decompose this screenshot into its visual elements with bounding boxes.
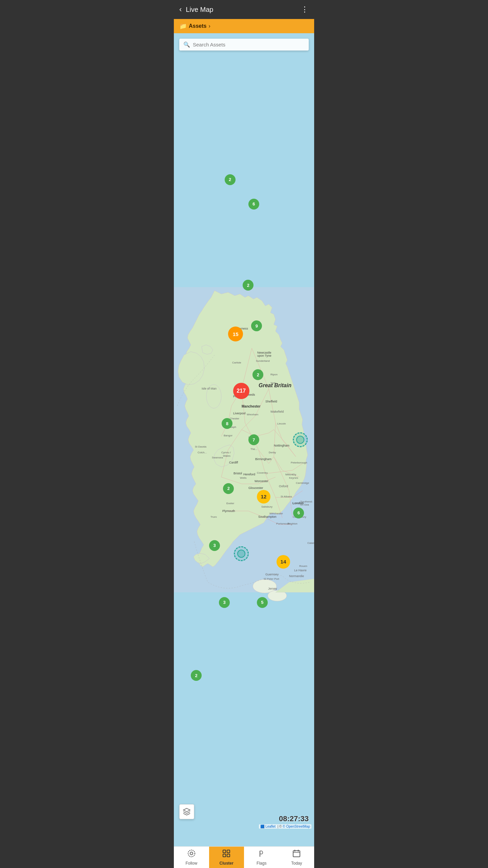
cluster-marker-c10[interactable]: 2	[223, 483, 234, 494]
svg-rect-70	[227, 850, 230, 853]
nav-flags[interactable]: Flags	[244, 847, 279, 868]
svg-text:Jersey: Jersey	[268, 587, 277, 590]
svg-text:Cymru /: Cymru /	[221, 451, 231, 454]
cluster-marker-c4[interactable]: 9	[251, 320, 262, 331]
svg-text:Bangor: Bangor	[224, 434, 232, 437]
svg-text:Truro: Truro	[210, 515, 217, 518]
svg-text:Peterborough: Peterborough	[291, 461, 307, 464]
svg-text:Sunderland: Sunderland	[256, 359, 270, 362]
svg-text:St Albans: St Albans	[281, 495, 292, 498]
cluster-marker-c5[interactable]: 15	[228, 327, 243, 341]
svg-text:Derby: Derby	[269, 451, 276, 454]
svg-text:Manchester: Manchester	[242, 405, 261, 408]
cluster-label: Cluster	[220, 861, 233, 866]
svg-text:Ripon: Ripon	[270, 373, 278, 376]
svg-text:St Peter Port: St Peter Port	[264, 577, 280, 580]
cluster-marker-c6[interactable]: 2	[252, 369, 263, 380]
cluster-marker-c17[interactable]: 2	[191, 670, 202, 681]
flags-icon	[257, 849, 266, 860]
svg-text:The...: The...	[250, 448, 257, 451]
svg-rect-69	[223, 850, 226, 853]
svg-text:Wales: Wales	[223, 454, 230, 457]
svg-text:St Davids: St Davids	[195, 445, 206, 448]
cluster-marker-c2[interactable]: 6	[248, 199, 259, 210]
cluster-marker-c13[interactable]: 3	[209, 540, 220, 551]
layers-button[interactable]	[179, 804, 194, 819]
svg-text:Great Britain: Great Britain	[259, 382, 291, 388]
leaflet-link[interactable]: Leaflet	[265, 825, 276, 828]
search-bar[interactable]: 🔍	[179, 39, 309, 51]
svg-text:Carlisle: Carlisle	[232, 361, 241, 364]
breadcrumb-bar: 📁 Assets ›	[174, 19, 314, 33]
cluster-icon	[222, 849, 231, 860]
ring-marker-r2[interactable]	[234, 546, 249, 561]
svg-text:Lincoln: Lincoln	[277, 422, 286, 425]
svg-text:Cardiff: Cardiff	[229, 461, 238, 464]
cluster-marker-c1[interactable]: 2	[225, 174, 236, 185]
svg-text:Wells: Wells	[240, 476, 246, 479]
svg-text:Birmingham: Birmingham	[255, 457, 271, 461]
cluster-marker-c14[interactable]: 14	[277, 555, 290, 569]
breadcrumb-text[interactable]: Assets	[189, 23, 206, 29]
follow-label: Follow	[185, 861, 197, 866]
svg-text:Le Havre: Le Havre	[294, 569, 307, 572]
svg-rect-71	[223, 854, 226, 857]
svg-text:Swansea: Swansea	[212, 456, 223, 459]
svg-text:Brighton: Brighton	[287, 522, 298, 525]
page-title: Live Map	[186, 6, 213, 14]
svg-text:Nottingham: Nottingham	[274, 444, 289, 447]
follow-icon	[187, 849, 196, 860]
map-attribution: 🟦 Leaflet | © © OpenStreetMap	[259, 824, 311, 829]
breadcrumb-arrow: ›	[208, 23, 210, 29]
svg-text:Gloucester: Gloucester	[248, 486, 263, 490]
flags-label: Flags	[257, 861, 266, 866]
svg-rect-73	[293, 851, 300, 857]
app-container: ‹ Live Map ⋮ 📁 Assets ›	[174, 0, 314, 868]
svg-text:Isle of Man: Isle of Man	[202, 387, 217, 390]
nav-today[interactable]: Today	[279, 847, 314, 868]
ring-marker-r1[interactable]	[293, 432, 308, 447]
map-container[interactable]: Inverness Newcastle upon Tyne Sunderland…	[174, 33, 314, 846]
svg-text:upon Tyne: upon Tyne	[257, 354, 271, 357]
svg-text:Guernsey: Guernsey	[265, 573, 279, 576]
svg-text:Oxford: Oxford	[279, 485, 288, 488]
svg-text:Worcester: Worcester	[255, 479, 268, 483]
back-button[interactable]: ‹	[179, 5, 182, 14]
svg-text:Normandie: Normandie	[289, 574, 304, 578]
svg-text:Colch...: Colch...	[198, 451, 207, 454]
top-bar-left: ‹ Live Map	[179, 5, 213, 14]
svg-text:Salisbury: Salisbury	[261, 505, 272, 508]
svg-rect-72	[227, 854, 230, 857]
svg-text:Ely: Ely	[292, 473, 296, 476]
svg-text:Liverpool: Liverpool	[233, 412, 246, 415]
top-bar: ‹ Live Map ⋮	[174, 0, 314, 19]
svg-text:Sheffield: Sheffield	[265, 400, 277, 403]
svg-point-68	[190, 852, 193, 855]
cluster-marker-c7[interactable]: 217	[233, 383, 249, 399]
bottom-nav: Follow Cluster Flags	[174, 846, 314, 868]
cluster-marker-c12[interactable]: 6	[293, 508, 304, 518]
nav-follow[interactable]: Follow	[174, 847, 209, 868]
nav-cluster[interactable]: Cluster	[209, 847, 244, 868]
cluster-marker-c15[interactable]: 5	[257, 597, 268, 608]
svg-text:Wrexham: Wrexham	[247, 413, 258, 416]
cluster-marker-c9[interactable]: 7	[248, 434, 259, 445]
svg-point-67	[188, 850, 195, 857]
svg-text:Hereford: Hereford	[243, 473, 255, 476]
more-button[interactable]: ⋮	[301, 5, 309, 14]
svg-text:Keynes: Keynes	[289, 476, 298, 479]
cluster-marker-c8[interactable]: 8	[222, 418, 232, 429]
search-input[interactable]	[193, 42, 305, 47]
svg-text:on-Sea: on-Sea	[300, 503, 309, 506]
svg-text:Winchester: Winchester	[269, 512, 283, 515]
svg-text:Southampton: Southampton	[258, 515, 277, 518]
cluster-marker-c16[interactable]: 3	[219, 597, 230, 608]
cluster-marker-c11[interactable]: 12	[257, 490, 270, 504]
cluster-marker-c3[interactable]: 2	[243, 280, 253, 291]
folder-icon: 📁	[179, 22, 187, 30]
svg-text:Cambridge: Cambridge	[296, 481, 309, 485]
today-icon	[292, 849, 301, 860]
svg-text:Coventry: Coventry	[257, 471, 268, 474]
svg-text:Rouen: Rouen	[299, 565, 307, 568]
osm-link[interactable]: © OpenStreetMap	[283, 825, 310, 828]
